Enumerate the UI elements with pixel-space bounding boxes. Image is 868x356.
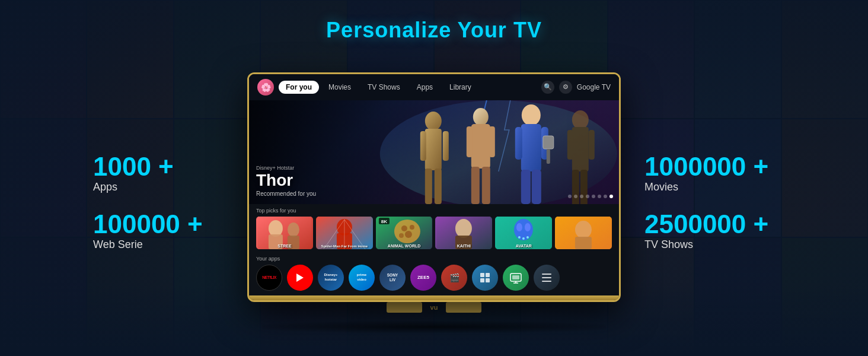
thumb-extra[interactable] xyxy=(555,217,612,249)
apps-row: NETfLIX Disney+hotstar primevideo xyxy=(256,265,612,291)
thumb-animal-world[interactable]: 8K ANIMAL WORLD xyxy=(376,217,433,249)
tab-library[interactable]: Library xyxy=(442,81,478,94)
tv-screen: 🌸 For you Movies TV Shows Apps Library 🔍 xyxy=(249,74,619,295)
thumbnails-row: STREE xyxy=(256,217,612,249)
dot-1[interactable] xyxy=(568,195,572,198)
thumb-stree[interactable]: STREE xyxy=(256,217,313,249)
app-hotstar[interactable]: Disney+hotstar xyxy=(318,265,344,291)
svg-rect-14 xyxy=(521,124,541,171)
svg-rect-11 xyxy=(471,167,480,204)
hotstar-label: Disney+hotstar xyxy=(324,273,337,281)
svg-rect-18 xyxy=(547,149,550,164)
app-prime-video[interactable]: primevideo xyxy=(349,265,375,291)
tv-frame: 🌸 For you Movies TV Shows Apps Library 🔍 xyxy=(247,72,621,333)
stats-left: 1000 + Apps 100000 + Web Serie xyxy=(75,142,241,263)
thumb-spiderman[interactable]: Spider-Man Far From Home xyxy=(316,217,373,249)
hero-source: Disney+ Hotstar xyxy=(256,165,316,171)
stat-movies-label: Movies xyxy=(644,181,768,193)
top-picks-section: Top picks for you xyxy=(249,204,619,253)
dot-2[interactable] xyxy=(574,195,577,198)
svg-point-54 xyxy=(522,237,525,240)
tv-container: 🌸 For you Movies TV Shows Apps Library 🔍 xyxy=(241,72,627,333)
dot-4[interactable] xyxy=(586,195,589,198)
yt-play-icon xyxy=(296,274,304,282)
svg-rect-10 xyxy=(489,126,495,157)
apps-section-title: Your apps xyxy=(256,256,612,262)
svg-rect-69 xyxy=(542,281,551,282)
svg-rect-19 xyxy=(521,170,531,204)
svg-rect-59 xyxy=(480,273,484,277)
tv-outer-frame: 🌸 For you Movies TV Shows Apps Library 🔍 xyxy=(247,72,621,302)
svg-point-1 xyxy=(425,112,442,131)
search-icon[interactable]: 🔍 xyxy=(541,81,554,94)
svg-rect-58 xyxy=(575,237,592,249)
dot-8-active[interactable] xyxy=(609,195,613,198)
settings-icon[interactable]: ⚙ xyxy=(559,81,572,94)
svg-rect-71 xyxy=(446,302,481,313)
svg-rect-3 xyxy=(420,131,426,161)
svg-point-41 xyxy=(410,225,414,230)
svg-point-52 xyxy=(525,223,531,231)
tab-tv-shows[interactable]: TV Shows xyxy=(360,81,407,94)
stat-webseries-number: 100000 + xyxy=(93,211,203,237)
apps-section: Your apps NETfLIX Disney+hotstar xyxy=(249,253,619,295)
svg-rect-5 xyxy=(425,169,432,204)
dot-7[interactable] xyxy=(604,195,607,198)
hero-subtitle: Recommended for you xyxy=(256,190,316,197)
svg-point-51 xyxy=(516,223,522,231)
app-gallery[interactable] xyxy=(472,265,498,291)
stat-webseries: 100000 + Web Serie xyxy=(93,211,203,251)
thumb-kaithi[interactable]: KAITHI xyxy=(435,217,492,249)
stat-tvshows-number: 2500000 + xyxy=(644,211,768,237)
svg-rect-20 xyxy=(532,170,541,204)
netflix-label: NETfLIX xyxy=(262,275,276,279)
kaithi-label: KAITHI xyxy=(437,244,490,248)
gtv-navbar: 🌸 For you Movies TV Shows Apps Library 🔍 xyxy=(249,74,619,100)
page-title: Personalize Your TV xyxy=(326,18,542,43)
dot-6[interactable] xyxy=(598,195,601,198)
tv-stand-base: vu xyxy=(247,302,621,320)
app-netflix[interactable]: NETfLIX xyxy=(256,265,282,291)
zee5-label: ZEE5 xyxy=(417,275,429,280)
gtv-brand-label: Google TV xyxy=(577,83,611,91)
gtv-nav-tabs: For you Movies TV Shows Apps Library xyxy=(279,81,537,94)
svg-point-13 xyxy=(522,104,541,126)
svg-text:8K: 8K xyxy=(381,219,387,224)
app-eros-now[interactable]: 🎬 xyxy=(441,265,467,291)
tv-bottom-bar xyxy=(249,295,619,300)
tab-for-you[interactable]: For you xyxy=(279,81,319,94)
svg-rect-62 xyxy=(486,278,490,282)
svg-rect-2 xyxy=(425,129,442,170)
thumb-avatar[interactable]: AVATAR xyxy=(495,217,552,249)
svg-rect-60 xyxy=(486,273,490,277)
dot-5[interactable] xyxy=(592,195,595,198)
spiderman-label: Spider-Man Far From Home xyxy=(318,244,371,248)
tv-shadow xyxy=(262,321,606,333)
app-more[interactable] xyxy=(534,265,560,291)
app-cast[interactable] xyxy=(503,265,529,291)
stat-apps: 1000 + Apps xyxy=(93,154,174,193)
dot-3[interactable] xyxy=(580,195,583,198)
app-youtube[interactable] xyxy=(287,265,313,291)
tab-movies[interactable]: Movies xyxy=(321,81,358,94)
svg-rect-22 xyxy=(572,127,589,171)
svg-rect-64 xyxy=(512,275,519,279)
gtv-nav-right: 🔍 ⚙ Google TV xyxy=(541,81,611,94)
svg-rect-4 xyxy=(443,131,449,161)
svg-point-21 xyxy=(572,110,589,129)
app-zee5[interactable]: ZEE5 xyxy=(410,265,436,291)
svg-rect-25 xyxy=(572,170,579,204)
svg-rect-70 xyxy=(387,302,422,313)
svg-rect-12 xyxy=(482,167,490,204)
svg-rect-9 xyxy=(467,126,473,157)
gtv-home-logo[interactable]: 🌸 xyxy=(257,79,274,96)
gtv-hero: Disney+ Hotstar Thor Recommended for you xyxy=(249,100,619,204)
svg-rect-8 xyxy=(471,124,490,169)
app-sony-liv[interactable]: SONYLIV xyxy=(379,265,406,291)
svg-point-30 xyxy=(288,223,299,237)
tab-apps[interactable]: Apps xyxy=(410,81,440,94)
svg-text:vu: vu xyxy=(430,304,438,311)
svg-point-57 xyxy=(575,221,592,239)
sonyliv-label: SONYLIV xyxy=(387,273,398,282)
svg-rect-23 xyxy=(567,130,573,160)
